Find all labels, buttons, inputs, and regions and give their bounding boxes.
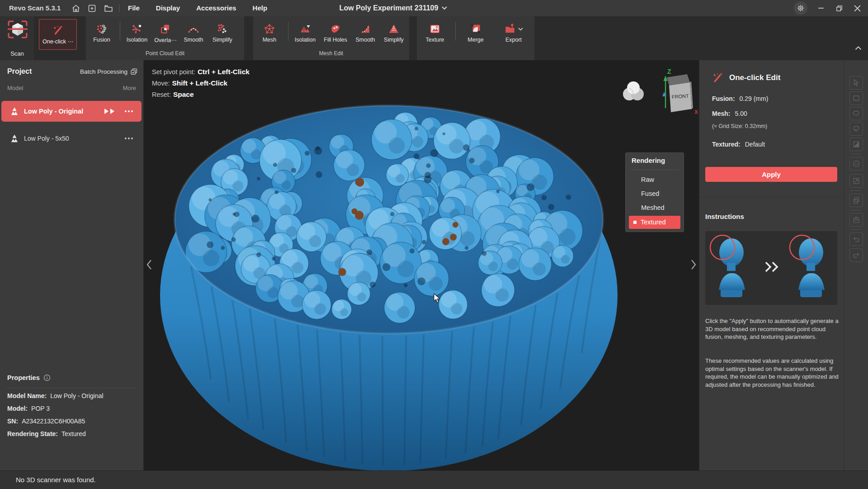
merge-icon	[470, 23, 481, 35]
mesh-edit-group: Mesh Isolation Fill Holes	[253, 16, 409, 60]
mesh-icon	[264, 23, 275, 35]
panel-collapse-left-arrow[interactable]	[146, 259, 152, 270]
scan-icon	[7, 19, 28, 39]
bust-before	[710, 235, 745, 297]
svg-text:X: X	[694, 109, 698, 115]
menu-display[interactable]: Display	[156, 0, 180, 16]
scan-button[interactable]: Scan	[0, 16, 35, 60]
settings-button[interactable]	[794, 1, 807, 15]
magic-wand-icon	[52, 24, 64, 36]
home-icon[interactable]	[70, 3, 81, 14]
panel-collapse-right-arrow[interactable]	[691, 259, 696, 270]
model-item-selected[interactable]: Low Poly - Original	[1, 101, 142, 122]
property-sn: SN:A23422132C6H00A85	[7, 418, 85, 425]
model-options-icon[interactable]	[124, 137, 133, 140]
double-chevron-icon	[764, 261, 780, 273]
mesh-isolation-tool[interactable]: Isolation	[291, 17, 320, 49]
chevron-down-icon	[442, 6, 447, 10]
overlap-tool[interactable]: Overla⋯	[151, 17, 179, 49]
menu-accessories[interactable]: Accessories	[196, 0, 236, 16]
grid-size-note: (≈ Grid Size: 0.32mm)	[712, 123, 767, 129]
chevron-up-icon	[855, 46, 862, 50]
redo-button[interactable]	[849, 248, 863, 262]
pc-isolation-tool[interactable]: Isolation	[123, 17, 151, 49]
lasso-select-button[interactable]	[849, 107, 863, 120]
mesh-smooth-tool[interactable]: Smooth	[351, 17, 379, 49]
invert-fill-select-button[interactable]	[849, 138, 863, 151]
group-label-mesh-edit: Mesh Edit	[253, 49, 409, 59]
3d-viewport[interactable]: Set pivot point:Ctrl + Left-Click Move:S…	[144, 60, 699, 470]
model-icon	[10, 134, 19, 143]
mesh-simplify-tool[interactable]: Simplify	[379, 17, 408, 49]
export-icon	[504, 23, 516, 35]
fusion-param: Fusion:0.29 (mm)	[712, 95, 768, 102]
delete-button[interactable]	[849, 213, 863, 227]
model-options-icon[interactable]	[124, 110, 133, 113]
close-button[interactable]	[849, 1, 865, 15]
instructions-paragraph-2: These recommended values are calculated …	[705, 357, 839, 389]
pc-smooth-tool[interactable]: Smooth	[179, 17, 208, 49]
restore-button[interactable]	[831, 1, 847, 15]
scanned-model-render	[144, 60, 699, 470]
open-folder-icon[interactable]	[103, 3, 114, 14]
instructions-title: Instructions	[705, 213, 744, 220]
rendering-option-textured[interactable]: Textured	[629, 216, 680, 229]
instructions-paragraph-1: Click the "Apply" button to automaticall…	[705, 317, 839, 341]
rendering-option-raw[interactable]: Raw	[626, 173, 684, 186]
pc-isolation-icon	[131, 23, 143, 35]
loop-select-button[interactable]	[849, 122, 863, 136]
duplicate-button[interactable]	[849, 194, 863, 207]
mesh-tool[interactable]: Mesh	[253, 17, 286, 49]
document-title-dropdown[interactable]: Low Poly Experiment 231109	[296, 0, 491, 16]
select-cursor-button[interactable]	[849, 76, 863, 90]
titlebar-separator	[119, 4, 119, 12]
minimize-icon	[818, 5, 824, 11]
fill-holes-tool[interactable]: Fill Holes	[320, 17, 351, 49]
rendering-title: Rendering	[632, 157, 665, 164]
minimize-button[interactable]	[813, 1, 829, 15]
menubar: File Display Accessories Help	[128, 0, 267, 16]
more-button[interactable]: More	[123, 85, 136, 91]
model-section-label: Model	[7, 85, 23, 91]
rendering-option-fused[interactable]: Fused	[626, 187, 684, 200]
export-chevron-down-icon[interactable]	[518, 28, 523, 31]
new-project-icon[interactable]	[86, 3, 98, 14]
pc-simplify-tool[interactable]: Simplify	[208, 17, 237, 49]
fusion-tool[interactable]: Fusion	[86, 17, 118, 49]
menu-file[interactable]: File	[128, 0, 140, 16]
app-name: Revo Scan 5.3.1	[9, 0, 61, 16]
navigation-cube[interactable]: FRONT Z X	[662, 68, 699, 115]
undo-button[interactable]	[849, 233, 863, 246]
select-all-button[interactable]: ALL	[849, 157, 863, 171]
magic-wand-icon	[712, 72, 723, 83]
tool-separator	[455, 22, 456, 41]
apply-button[interactable]: Apply	[705, 167, 837, 182]
invert-selection-button[interactable]	[849, 174, 863, 188]
panel-title: One-click Edit	[729, 73, 780, 82]
info-icon[interactable]	[43, 374, 51, 381]
bust-after	[790, 235, 825, 297]
gear-icon	[797, 4, 805, 12]
viewport-hints: Set pivot point:Ctrl + Left-Click Move:S…	[152, 66, 250, 100]
export-tool[interactable]: Export	[493, 17, 534, 49]
menu-help[interactable]: Help	[253, 0, 268, 16]
tool-separator	[120, 22, 120, 41]
shading-spheres-icon[interactable]	[621, 79, 646, 103]
batch-processing-button[interactable]: Batch Processing	[80, 68, 138, 76]
property-model-name: Model Name:Low Poly - Original	[7, 392, 104, 399]
rendering-option-meshed[interactable]: Meshed	[626, 201, 684, 214]
svg-text:Z: Z	[667, 68, 671, 75]
instructions-illustration	[705, 231, 837, 305]
merge-tool[interactable]: Merge	[458, 17, 493, 49]
project-sidebar: Project Batch Processing Model More	[0, 60, 144, 470]
one-click-edit-tool[interactable]: One-click ⋯	[39, 19, 77, 50]
ribbon-collapse-button[interactable]	[855, 46, 862, 50]
texture-tool[interactable]: Texture	[417, 17, 453, 49]
fusion-icon	[96, 23, 108, 35]
pc-simplify-icon	[217, 23, 228, 35]
group-label-point-cloud-edit: Point Cloud Edit	[86, 49, 244, 59]
rectangle-select-button[interactable]	[849, 91, 863, 105]
fast-forward-icon[interactable]	[104, 109, 116, 114]
textured-param: Textured:Default	[712, 141, 765, 148]
model-item[interactable]: Low Poly - 5x50	[1, 129, 142, 148]
